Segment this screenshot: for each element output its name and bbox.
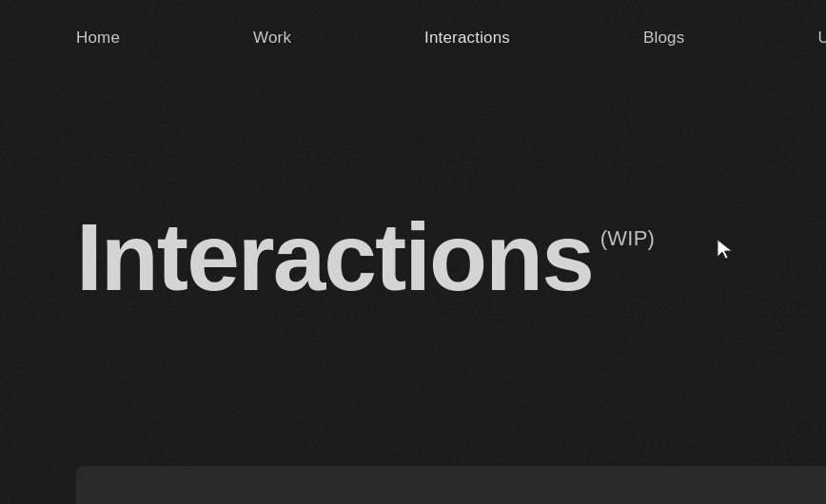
nav-item-home[interactable]: Home [76,29,120,48]
nav-item-interactions[interactable]: Interactions [424,29,510,48]
bottom-bar [76,466,826,504]
nav-item-us[interactable]: Us [817,29,826,48]
hero-wip-label: (WIP) [600,226,655,251]
nav-item-work[interactable]: Work [253,29,291,48]
nav-item-blogs[interactable]: Blogs [643,29,684,48]
hero-section: Interactions(WIP) [0,76,826,304]
main-nav: Home Work Interactions Blogs Us [0,0,826,76]
hero-title: Interactions [76,209,593,304]
